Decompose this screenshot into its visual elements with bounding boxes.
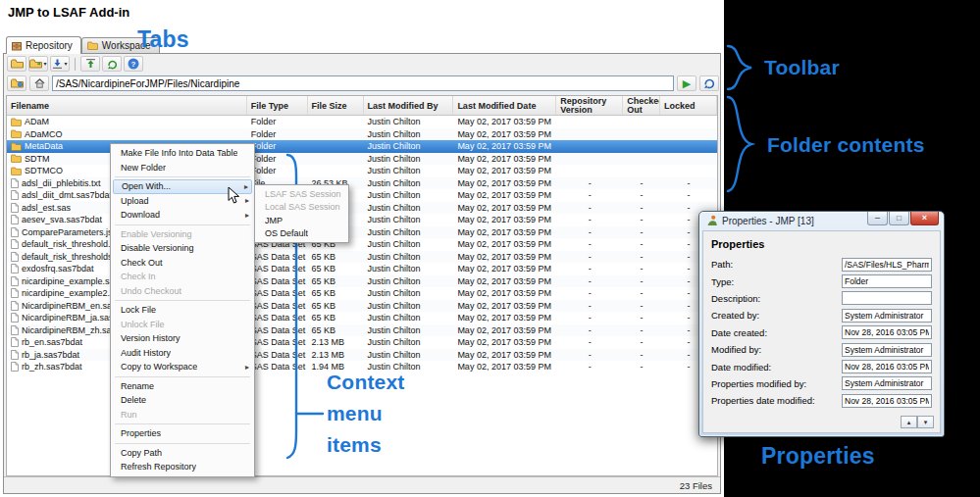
column-header-repository-version[interactable]: Repository Version [556,96,623,115]
property-label-properties-date-modified: Properties date modified: [711,395,842,406]
menu-item-rename[interactable]: Rename [111,379,254,394]
menu-item-refresh-repository[interactable]: Refresh Repository [111,460,254,474]
menu-item-properties[interactable]: Properties [111,426,254,441]
server-folder-button[interactable] [7,75,26,91]
menu-item-undo-checkout[interactable]: Undo Checkout [111,284,254,299]
property-value-description[interactable] [842,291,932,305]
down-arrow-icon: ▾ [924,419,928,425]
menu-item-disable-versioning[interactable]: Disable Versioning [111,241,254,256]
submenu-item-local-sas-session[interactable]: Local SAS Session [255,201,348,215]
property-value-date-modified[interactable] [842,360,932,373]
column-header-filename[interactable]: Filename [7,96,247,115]
workspace-folder-icon [87,41,98,50]
refresh-path-button[interactable] [699,75,719,91]
menu-item-lock-file[interactable]: Lock File [111,303,254,318]
tab-repository[interactable]: Repository [6,36,81,54]
property-row: Created by: [711,307,932,323]
menu-item-copy-to-workspace[interactable]: Copy to Workspace▸ [111,360,254,374]
property-value-properties-date-modified[interactable] [842,394,932,408]
property-row: Properties date modified: [711,392,932,409]
property-row: Type: [711,273,932,289]
menu-item-enable-versioning[interactable]: Enable Versioning [111,227,254,242]
submenu-item-lsaf-sas-session[interactable]: LSAF SAS Session [255,187,348,201]
file-count: 23 Files [680,480,712,491]
property-label-date-created: Date created: [711,327,842,338]
table-row[interactable]: ADaMFolderJustin ChiltonMay 02, 2017 03:… [7,116,717,128]
menu-item-download[interactable]: Download▸ [111,208,254,223]
file-icon [11,190,19,200]
property-value-modified-by[interactable] [842,343,932,357]
property-value-properties-modified-by[interactable] [842,376,932,390]
menu-item-make-file-info-into-data-table[interactable]: Make File Info Into Data Table [111,146,254,161]
file-icon [11,362,19,372]
new-folder-button[interactable] [7,56,26,72]
submenu-arrow-icon: ▸ [245,196,249,205]
help-button[interactable]: ? [124,56,143,72]
maximize-button[interactable]: □ [889,212,909,225]
annotation-tabs: Tabs [137,26,189,53]
dialog-footer-controls: ▴ ▾ [901,416,934,428]
menu-separator [111,298,254,303]
minimize-button[interactable]: – [867,212,888,225]
menu-item-version-history[interactable]: Version History [111,331,254,346]
property-value-created-by[interactable] [842,309,932,323]
download-icon [52,59,63,69]
annotation-properties: Properties [761,443,875,470]
menu-item-run[interactable]: Run [111,408,254,422]
file-icon [11,215,19,224]
folder-icon [11,118,22,126]
property-label-created-by: Created by: [711,310,842,321]
menu-item-check-out[interactable]: Check Out [111,256,254,271]
file-icon [11,301,19,311]
menu-item-unlock-file[interactable]: Unlock File [111,318,254,332]
refresh-button[interactable] [102,56,122,72]
toolbar: ▾ ▾ ? [7,55,143,73]
menu-item-delete[interactable]: Delete [111,393,254,408]
toolbar-separator [75,58,76,71]
download-dropdown-button[interactable]: ▾ [50,56,70,72]
folder-icon [11,129,22,138]
file-icon [11,350,19,360]
home-button[interactable] [29,75,49,91]
column-header-last-modified-date[interactable]: Last Modified Date [453,96,556,115]
minimize-icon: – [875,213,880,223]
property-row: Date modified: [711,358,932,374]
menu-item-copy-path[interactable]: Copy Path [111,446,254,461]
table-row[interactable]: ADaMCOFolderJustin ChiltonMay 02, 2017 0… [7,128,717,141]
menu-item-audit-history[interactable]: Audit History [111,346,254,361]
property-row: Modified by: [711,341,932,358]
file-icon [11,227,19,237]
path-input[interactable] [52,75,674,91]
column-header-locked[interactable]: Locked [660,96,717,115]
property-value-path[interactable] [842,258,932,272]
property-label-date-modified: Date modified: [711,362,842,373]
column-header-file-size[interactable]: File Size [308,96,364,115]
file-icon [11,325,19,335]
file-icon [11,252,19,262]
menu-item-check-in[interactable]: Check In [111,270,254,284]
upload-button[interactable] [80,56,100,72]
scroll-up-button[interactable]: ▴ [901,416,917,428]
close-button[interactable]: × [910,212,939,225]
dialog-titlebar[interactable]: Properties - JMP [13] – □ × [699,212,944,230]
screenshot-stage: JMP to LSAF Add-in Repository Workspace … [0,0,980,497]
scroll-down-button[interactable]: ▾ [917,416,934,428]
menu-separator [111,422,254,426]
annotation-folder-contents: Folder contents [767,133,925,157]
file-table-header: FilenameFile TypeFile SizeLast Modified … [7,96,717,116]
property-label-properties-modified-by: Properties modified by: [711,378,842,389]
column-header-last-modified-by[interactable]: Last Modified By [364,96,454,115]
column-header-checked-out[interactable]: Checked Out [623,96,660,115]
menu-item-new-folder[interactable]: New Folder [111,161,254,175]
open-folder-dropdown-button[interactable]: ▾ [28,56,48,72]
go-button[interactable]: ▶ [677,75,696,91]
submenu-item-jmp[interactable]: JMP [255,214,348,227]
submenu-item-os-default[interactable]: OS Default [255,227,348,241]
property-value-date-created[interactable] [842,325,932,339]
mouse-cursor [228,186,240,205]
dropdown-caret-icon: ▾ [43,61,46,67]
property-value-type[interactable] [842,274,932,288]
refresh-icon [107,59,118,70]
column-header-file-type[interactable]: File Type [247,96,308,115]
file-icon [11,239,19,249]
